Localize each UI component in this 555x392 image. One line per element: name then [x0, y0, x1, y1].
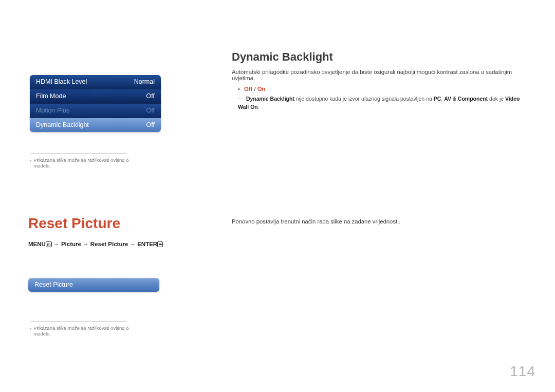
menu-label: Motion Plus: [36, 107, 69, 114]
dynamic-backlight-bullets: Off / On Dynamic Backlight nije dostupno…: [232, 85, 529, 111]
bc-reset: Reset Picture: [90, 241, 128, 247]
osd-menu-panel: HDMI Black Level Normal Film Mode Off Mo…: [30, 75, 161, 132]
note-emph-on: On: [250, 104, 258, 110]
menu-label: Dynamic Backlight: [36, 121, 89, 128]
dynamic-backlight-description: Automatski prilagodite pozadinsko osvjet…: [232, 69, 529, 81]
footnote-rule: [30, 322, 127, 322]
breadcrumb-path: MENU → Picture → Reset Picture → ENTER: [28, 241, 193, 247]
menu-value: Normal: [134, 78, 155, 85]
menu-row-dynamic-backlight[interactable]: Dynamic Backlight Off: [30, 118, 161, 132]
bc-menu: MENU: [28, 241, 46, 247]
note-emph-pc: PC: [434, 96, 441, 102]
bc-enter: ENTER: [137, 241, 157, 247]
bc-arrow3: →: [128, 241, 137, 247]
heading-dynamic-backlight: Dynamic Backlight: [232, 50, 529, 64]
bullet-off-on: Off / On: [238, 85, 529, 93]
page-number: 114: [510, 363, 535, 380]
menu-label: HDMI Black Level: [36, 78, 87, 85]
footnote-block-2: - Prikazana slika može se razlikovati ov…: [30, 322, 133, 337]
value-on: On: [257, 86, 266, 92]
bc-picture: Picture: [61, 241, 81, 247]
note-dynamic-backlight: Dynamic Backlight nije dostupno kada je …: [238, 95, 529, 111]
footnote-block-1: - Prikazana slika može se razlikovati ov…: [30, 154, 133, 169]
bc-arrow1: →: [52, 241, 61, 247]
menu-row-film-mode[interactable]: Film Mode Off: [30, 89, 161, 104]
section-reset-picture: Reset Picture MENU → Picture → Reset Pic…: [28, 215, 193, 292]
menu-value: Off: [146, 92, 155, 100]
footnote-text: - Prikazana slika može se razlikovati ov…: [30, 325, 133, 337]
osd-menu-panel-reset: Reset Picture: [28, 278, 159, 292]
menu-row-reset-picture[interactable]: Reset Picture: [28, 278, 159, 292]
menu-icon: [46, 241, 52, 247]
note-emph-av: AV: [444, 96, 451, 102]
value-off: Off: [244, 86, 252, 92]
note-emph-dynamic-backlight: Dynamic Backlight: [246, 96, 294, 102]
enter-icon: [157, 241, 163, 247]
menu-value: Off: [146, 107, 155, 114]
footnote-dash: -: [30, 325, 31, 337]
left-column: HDMI Black Level Normal Film Mode Off Mo…: [30, 75, 169, 169]
footnote-text: - Prikazana slika može se razlikovati ov…: [30, 157, 133, 169]
footnote-content: Prikazana slika može se razlikovati ovis…: [33, 325, 133, 337]
menu-label: Reset Picture: [34, 281, 73, 288]
menu-label: Film Mode: [36, 92, 66, 100]
footnote-content: Prikazana slika može se razlikovati ovis…: [33, 157, 133, 169]
menu-row-hdmi-black-level[interactable]: HDMI Black Level Normal: [30, 75, 161, 89]
page: HDMI Black Level Normal Film Mode Off Mo…: [0, 0, 555, 392]
menu-value: Off: [146, 121, 155, 128]
bc-arrow2: →: [81, 241, 90, 247]
heading-reset-picture: Reset Picture: [28, 215, 193, 232]
section-dynamic-backlight: Dynamic Backlight Automatski prilagodite…: [232, 50, 529, 113]
menu-row-motion-plus[interactable]: Motion Plus Off: [30, 104, 161, 118]
reset-picture-description: Ponovno postavlja trenutni način rada sl…: [232, 218, 529, 225]
footnote-dash: -: [30, 157, 31, 169]
footnote-rule: [30, 154, 127, 154]
note-emph-component: Component: [458, 96, 488, 102]
